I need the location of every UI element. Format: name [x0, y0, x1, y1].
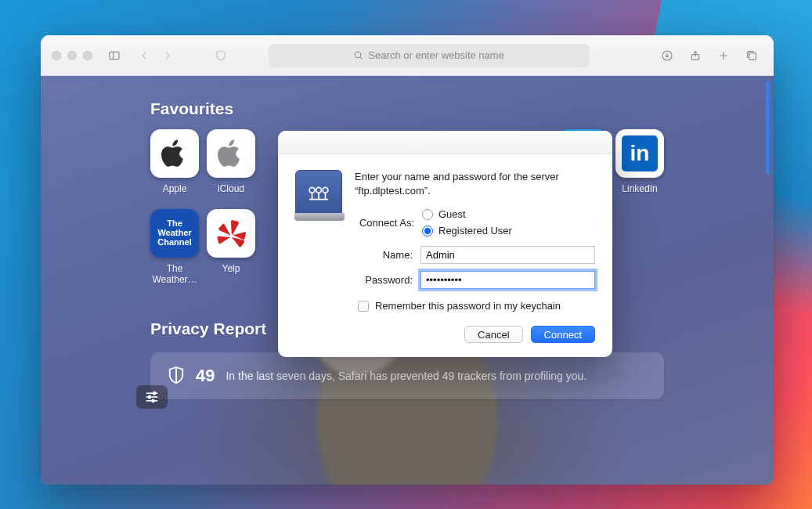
- tab-overview-button[interactable]: [741, 45, 763, 67]
- share-button[interactable]: [684, 45, 706, 67]
- svg-point-18: [309, 187, 315, 193]
- network-server-icon: [295, 170, 342, 217]
- favourite-yelp[interactable]: Yelp: [207, 209, 255, 286]
- scrollbar[interactable]: [766, 81, 770, 175]
- password-label: Password:: [295, 274, 413, 286]
- back-button[interactable]: [133, 45, 155, 67]
- svg-point-20: [316, 187, 322, 193]
- zoom-window-button[interactable]: [83, 51, 92, 60]
- svg-point-2: [355, 52, 362, 58]
- remember-password-checkbox[interactable]: [358, 301, 369, 312]
- favourite-linkedin[interactable]: in LinkedIn: [615, 129, 664, 195]
- dialog-titlebar: [278, 131, 612, 154]
- minimize-window-button[interactable]: [67, 51, 77, 60]
- shield-icon: [168, 366, 185, 386]
- guest-radio[interactable]: Guest: [422, 208, 512, 220]
- favourite-weather[interactable]: TheWeatherChannel The Weather…: [150, 209, 199, 286]
- apple-icon: [161, 138, 188, 169]
- registered-user-radio[interactable]: Registered User: [422, 225, 512, 236]
- svg-line-3: [360, 57, 363, 60]
- cancel-button[interactable]: Cancel: [464, 326, 522, 343]
- new-tab-button[interactable]: [713, 45, 734, 67]
- address-placeholder: Search or enter website name: [368, 49, 503, 61]
- name-field[interactable]: [420, 246, 595, 264]
- weather-channel-icon: TheWeatherChannel: [150, 209, 199, 258]
- yelp-icon: [216, 218, 246, 249]
- address-bar[interactable]: Search or enter website name: [269, 44, 590, 67]
- svg-rect-0: [110, 52, 119, 59]
- start-page-settings-button[interactable]: [136, 385, 168, 409]
- svg-point-17: [152, 400, 154, 403]
- privacy-shield-icon[interactable]: [210, 45, 232, 67]
- tracker-count: 49: [196, 366, 215, 386]
- svg-point-15: [148, 396, 150, 399]
- apple-grey-icon: [218, 138, 244, 169]
- close-window-button[interactable]: [52, 51, 61, 60]
- sliders-icon: [144, 391, 160, 403]
- privacy-report-card[interactable]: 49 In the last seven days, Safari has pr…: [150, 352, 664, 399]
- dialog-message: Enter your name and password for the ser…: [355, 170, 595, 197]
- favourite-apple[interactable]: Apple: [150, 129, 199, 195]
- downloads-button[interactable]: [656, 45, 678, 67]
- svg-point-19: [323, 187, 328, 193]
- window-controls: [52, 51, 92, 60]
- name-label: Name:: [295, 249, 413, 261]
- safari-window: Search or enter website name Favourites: [41, 35, 774, 485]
- remember-password-label: Remember this password in my keychain: [375, 300, 561, 312]
- sidebar-toggle-button[interactable]: [103, 45, 125, 67]
- linkedin-icon: in: [622, 135, 658, 171]
- connect-button[interactable]: Connect: [531, 326, 595, 343]
- privacy-report-text: In the last seven days, Safari has preve…: [226, 370, 586, 382]
- svg-rect-10: [749, 52, 756, 60]
- favourites-heading: Favourites: [150, 99, 664, 118]
- password-field[interactable]: [420, 271, 595, 289]
- forward-button[interactable]: [157, 45, 179, 67]
- toolbar: Search or enter website name: [41, 35, 774, 76]
- favourite-icloud[interactable]: iCloud: [207, 129, 255, 195]
- connect-as-label: Connect As:: [355, 217, 414, 229]
- connect-to-server-dialog: Enter your name and password for the ser…: [278, 131, 612, 357]
- svg-point-13: [153, 392, 156, 395]
